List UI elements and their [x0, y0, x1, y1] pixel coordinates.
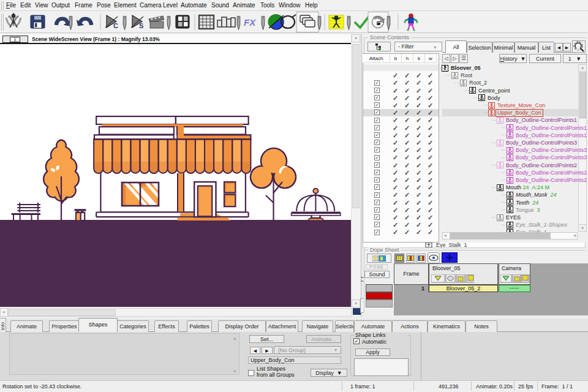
svg-text:C: C — [113, 22, 118, 29]
svg-text:S: S — [139, 22, 143, 29]
svg-text:FX: FX — [244, 17, 256, 28]
